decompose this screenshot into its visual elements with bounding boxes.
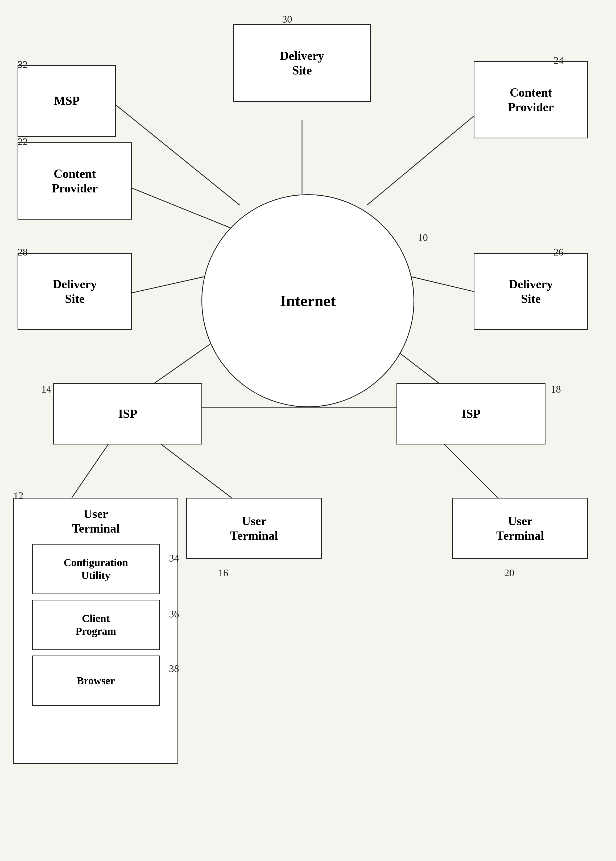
internet-circle: Internet: [201, 194, 414, 407]
content-provider-right-label: ContentProvider: [508, 85, 554, 115]
content-provider-right-box: ContentProvider: [474, 61, 588, 138]
ref-36: 36: [169, 608, 179, 620]
delivery-site-left-box: DeliverySite: [17, 253, 132, 330]
svg-line-1: [115, 104, 239, 205]
ref-10: 10: [418, 231, 428, 243]
user-terminal-mid-label: UserTerminal: [230, 514, 278, 543]
configuration-utility-label: ConfigurationUtility: [64, 556, 128, 582]
delivery-site-top-label: DeliverySite: [280, 49, 324, 78]
ref-28: 28: [17, 246, 28, 258]
client-program-box: ClientProgram: [32, 600, 160, 650]
configuration-utility-box: ConfigurationUtility: [32, 544, 160, 594]
internet-label: Internet: [280, 292, 336, 310]
delivery-site-left-label: DeliverySite: [53, 277, 97, 306]
delivery-site-top-box: DeliverySite: [233, 24, 371, 102]
user-terminal-right-label: UserTerminal: [496, 514, 544, 543]
ref-20: 20: [504, 567, 514, 578]
content-provider-left-label: ContentProvider: [52, 167, 98, 196]
svg-line-10: [154, 439, 231, 498]
browser-label: Browser: [77, 674, 115, 687]
browser-box: Browser: [32, 655, 160, 706]
ref-32: 32: [17, 58, 28, 70]
ref-24: 24: [553, 55, 564, 66]
isp-right-label: ISP: [461, 406, 481, 421]
isp-right-box: ISP: [396, 383, 545, 445]
msp-box: MSP: [17, 65, 116, 137]
user-terminal-right-box: UserTerminal: [453, 498, 588, 559]
svg-line-11: [439, 439, 498, 498]
ref-16: 16: [218, 567, 228, 578]
ref-14: 14: [41, 383, 51, 395]
isp-left-label: ISP: [118, 406, 137, 421]
ref-18: 18: [551, 383, 561, 395]
content-provider-left-box: ContentProvider: [17, 142, 132, 220]
isp-left-box: ISP: [53, 383, 202, 445]
ref-30: 30: [282, 13, 292, 25]
user-terminal-main-label: UserTerminal: [14, 504, 178, 541]
user-terminal-mid-box: UserTerminal: [186, 498, 322, 559]
msp-label: MSP: [54, 93, 80, 108]
ref-22: 22: [17, 136, 28, 148]
ref-34: 34: [169, 552, 179, 564]
svg-line-9: [72, 439, 112, 498]
ref-26: 26: [553, 246, 564, 258]
ref-38: 38: [169, 663, 179, 674]
user-terminal-main-outer: UserTerminal ConfigurationUtility Client…: [13, 498, 178, 764]
ref-12: 12: [13, 490, 24, 501]
delivery-site-right-box: DeliverySite: [474, 253, 588, 330]
diagram: DeliverySite 30 MSP 32 ContentProvider 2…: [0, 0, 616, 861]
svg-line-3: [115, 181, 239, 231]
svg-line-2: [367, 112, 479, 205]
client-program-label: ClientProgram: [75, 612, 116, 638]
delivery-site-right-label: DeliverySite: [509, 277, 553, 306]
